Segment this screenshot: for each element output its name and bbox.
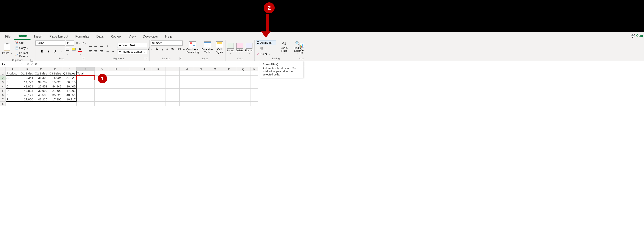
cell-H3[interactable]: [109, 80, 123, 84]
align-bottom-button[interactable]: [99, 44, 104, 48]
increase-decimal-button[interactable]: .0→.00: [166, 47, 175, 50]
cut-button[interactable]: ✂️ Cut: [14, 41, 34, 45]
tab-data[interactable]: Data: [93, 33, 107, 40]
cell-B7[interactable]: 27,860: [20, 97, 34, 102]
cell-Q4[interactable]: [236, 84, 250, 89]
cell-I2[interactable]: [123, 76, 137, 80]
cell-F7[interactable]: [76, 97, 95, 102]
cell-K7[interactable]: [151, 97, 166, 102]
cell-F4[interactable]: [76, 84, 95, 89]
cell-B2[interactable]: 13,344: [20, 76, 34, 80]
number-format-select[interactable]: [151, 40, 182, 46]
underline-button[interactable]: U: [53, 49, 57, 53]
cell-J2[interactable]: [137, 76, 151, 80]
cell-E7[interactable]: 10,217: [62, 97, 76, 102]
percent-button[interactable]: %: [155, 47, 159, 51]
paste-button[interactable]: Paste: [1, 51, 13, 55]
cell-A1[interactable]: Product: [6, 71, 20, 76]
cell-D3[interactable]: 15,023: [48, 80, 62, 84]
merge-center-button[interactable]: ⇔ Merge & Center: [117, 49, 147, 54]
cell-D4[interactable]: 44,942: [48, 84, 62, 89]
cell-C5[interactable]: 30,693: [34, 89, 48, 93]
cell-Q7[interactable]: [236, 97, 250, 102]
cell-J8[interactable]: [137, 102, 151, 106]
tab-view[interactable]: View: [125, 33, 139, 40]
orientation-button[interactable]: ⤹: [106, 44, 115, 48]
accounting-format-button[interactable]: $: [148, 47, 153, 51]
cell-R3[interactable]: [250, 80, 258, 84]
col-header-N[interactable]: N: [194, 67, 208, 71]
col-header-R[interactable]: R: [250, 67, 258, 71]
clear-button[interactable]: ◇ Clear: [256, 52, 276, 56]
align-top-button[interactable]: [88, 44, 92, 48]
cell-M7[interactable]: [180, 97, 194, 102]
cell-P5[interactable]: [222, 89, 236, 93]
cell-C4[interactable]: 25,451: [34, 84, 48, 89]
cell-A2[interactable]: A: [6, 76, 20, 80]
cell-O3[interactable]: [208, 80, 222, 84]
format-painter-button[interactable]: 🖌️ Format Painter: [14, 51, 34, 58]
cell-B1[interactable]: Q1 Sales: [20, 71, 34, 76]
cell-O1[interactable]: [208, 71, 222, 76]
cell-N3[interactable]: [194, 80, 208, 84]
delete-cells-button[interactable]: Delete: [236, 43, 244, 54]
cell-P3[interactable]: [222, 80, 236, 84]
cell-R4[interactable]: [250, 84, 258, 89]
cell-N5[interactable]: [194, 89, 208, 93]
spreadsheet-grid[interactable]: A B C D E F G H I J K L M N O P Q R 1 Pr…: [0, 67, 258, 106]
tab-file[interactable]: File: [2, 33, 14, 40]
autosum-button[interactable]: Σ AutoSum ⌄: [256, 40, 276, 45]
cell-G5[interactable]: [95, 89, 109, 93]
cell-Q6[interactable]: [236, 93, 250, 97]
col-header-E[interactable]: E: [62, 67, 76, 71]
cell-O4[interactable]: [208, 84, 222, 89]
col-header-B[interactable]: B: [20, 67, 34, 71]
cell-I1[interactable]: [123, 71, 137, 76]
comma-button[interactable]: ,: [161, 47, 164, 51]
cell-M4[interactable]: [180, 84, 194, 89]
tab-insert[interactable]: Insert: [30, 33, 46, 40]
cell-L3[interactable]: [166, 80, 180, 84]
row-header-4[interactable]: 4: [0, 84, 6, 89]
cell-E1[interactable]: Q4 Sales: [62, 71, 76, 76]
row-header-2[interactable]: 2: [0, 76, 6, 80]
name-box[interactable]: F2: [1, 62, 23, 66]
col-header-D[interactable]: D: [48, 67, 62, 71]
cell-G4[interactable]: [95, 84, 109, 89]
row-header-5[interactable]: 5: [0, 89, 6, 93]
cell-D6[interactable]: 35,620: [48, 93, 62, 97]
align-center-button[interactable]: [94, 49, 98, 53]
cell-R7[interactable]: [250, 97, 258, 102]
autosum-dropdown[interactable]: ⌄: [273, 42, 275, 44]
cell-J1[interactable]: [137, 71, 151, 76]
cell-R5[interactable]: [250, 89, 258, 93]
cell-I8[interactable]: [123, 102, 137, 106]
cell-H4[interactable]: [109, 84, 123, 89]
cell-M8[interactable]: [180, 102, 194, 106]
col-header-O[interactable]: O: [208, 67, 222, 71]
cell-B3[interactable]: 14,779: [20, 80, 34, 84]
cell-H5[interactable]: [109, 89, 123, 93]
cell-C1[interactable]: Q2 Sales: [34, 71, 48, 76]
format-cells-button[interactable]: Format: [245, 43, 253, 54]
formula-input[interactable]: [38, 62, 644, 66]
conditional-formatting-button[interactable]: Conditional Formatting: [185, 41, 200, 56]
tab-home[interactable]: Home: [14, 32, 30, 40]
cell-G6[interactable]: [95, 93, 109, 97]
cell-O7[interactable]: [208, 97, 222, 102]
cell-styles-button[interactable]: Cell Styles: [215, 41, 224, 56]
insert-cells-button[interactable]: Insert: [227, 43, 234, 54]
col-header-I[interactable]: I: [123, 67, 137, 71]
cell-E4[interactable]: 20,405: [62, 84, 76, 89]
cell-B4[interactable]: 43,869: [20, 84, 34, 89]
cell-O8[interactable]: [208, 102, 222, 106]
col-header-J[interactable]: J: [137, 67, 151, 71]
cell-E6[interactable]: 48,959: [62, 93, 76, 97]
sort-filter-button[interactable]: A↓ Sort & Filter: [278, 40, 290, 54]
cell-C6[interactable]: 48,588: [34, 93, 48, 97]
cell-D2[interactable]: 15,005: [48, 76, 62, 80]
tab-developer[interactable]: Developer: [139, 33, 162, 40]
cell-A8[interactable]: [6, 102, 20, 106]
cell-J4[interactable]: [137, 84, 151, 89]
cell-D5[interactable]: 21,602: [48, 89, 62, 93]
